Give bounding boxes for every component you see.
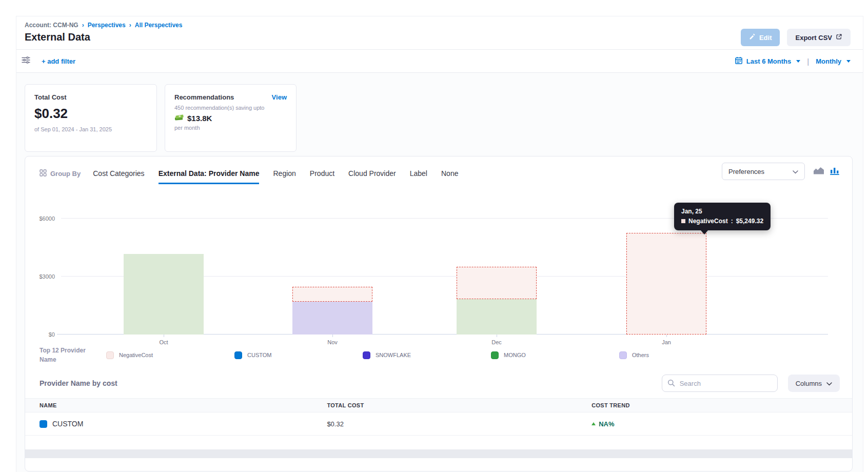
bar-nov-snowflake[interactable]: [292, 302, 372, 335]
breadcrumb-item-all-perspectives[interactable]: All Perspectives: [135, 22, 183, 29]
perspective-panel: Group By Cost CategoriesExternal Data: P…: [25, 156, 853, 471]
legend-title: Top 12 Provider Name: [40, 346, 100, 364]
legend-item-snowflake[interactable]: SNOWFLAKE: [363, 351, 491, 359]
table-title: Provider Name by cost: [40, 379, 117, 387]
total-cost-label: Total Cost: [34, 93, 147, 101]
cost-chart: Jan, 25 NegativeCost : $5,249.32 $0$3000…: [25, 199, 852, 335]
legend-label: CUSTOM: [247, 352, 271, 358]
bar-dec-mongo[interactable]: [457, 299, 537, 335]
row-swatch: [40, 420, 47, 428]
total-cost-card: Total Cost $0.32 of Sep 01, 2024 - Jan 3…: [25, 84, 157, 152]
recommendations-view-link[interactable]: View: [272, 93, 287, 101]
legend-swatch-mongo: [491, 351, 499, 359]
money-icon: [174, 113, 184, 123]
y-axis-label: $3000: [39, 273, 55, 280]
edit-button[interactable]: Edit: [741, 29, 780, 46]
column-header-total-cost: TOTAL COST: [327, 399, 591, 412]
x-axis-tick: [666, 335, 667, 337]
columns-button[interactable]: Columns: [788, 375, 840, 392]
group-by-tabs: Cost CategoriesExternal Data: Provider N…: [93, 169, 458, 184]
export-csv-button[interactable]: Export CSV: [787, 29, 851, 46]
column-header-name: NAME: [25, 399, 327, 412]
chart-controls: Preferences: [722, 163, 840, 184]
x-axis-tick: [164, 335, 164, 337]
breadcrumb-separator-icon: ›: [129, 22, 131, 29]
page-title: External Data: [25, 31, 851, 43]
granularity-dropdown[interactable]: Monthly: [816, 57, 841, 65]
topbar-actions: Edit Export CSV: [741, 29, 851, 46]
search-input[interactable]: [662, 375, 778, 392]
bar-jan-negativecost[interactable]: [626, 233, 706, 335]
recommendations-label: Recommendations: [174, 93, 234, 101]
bar-oct-mongo[interactable]: [124, 254, 204, 335]
bar-chart-icon[interactable]: [830, 166, 840, 177]
legend-item-negativecost[interactable]: NegativeCost: [106, 351, 234, 359]
breadcrumb: Account: CCM-NG›Perspectives›All Perspec…: [25, 22, 851, 29]
column-header-cost-trend: COST TREND: [591, 399, 852, 412]
tab-cost-categories[interactable]: Cost Categories: [93, 169, 144, 184]
group-by-row: Group By Cost CategoriesExternal Data: P…: [25, 156, 852, 184]
recommendations-subtitle: 450 recommendation(s) saving upto: [174, 105, 287, 111]
columns-button-label: Columns: [796, 380, 822, 387]
preferences-select[interactable]: Preferences: [722, 163, 805, 180]
x-axis-label-nov: Nov: [327, 339, 338, 345]
tab-external-data-provider-name[interactable]: External Data: Provider Name: [159, 169, 260, 184]
legend-label: Others: [632, 352, 649, 358]
legend-label: SNOWFLAKE: [376, 352, 411, 358]
tab-region[interactable]: Region: [273, 169, 295, 184]
add-filter-button[interactable]: + add filter: [42, 57, 75, 65]
tooltip-bullet: [681, 219, 685, 223]
bar-nov-negativecost[interactable]: [292, 287, 372, 302]
time-filters: Last 6 Months | Monthly: [735, 56, 851, 66]
bar-dec-negativecost[interactable]: [457, 267, 537, 299]
row-cost-trend: NA%: [591, 420, 852, 428]
pencil-icon: [749, 33, 756, 42]
recommendations-amount: $13.8K: [187, 114, 212, 123]
area-chart-icon[interactable]: [813, 166, 824, 177]
breadcrumb-separator-icon: ›: [82, 22, 84, 29]
filter-divider: |: [807, 57, 809, 66]
chart-legend: Top 12 Provider Name NegativeCostCUSTOMS…: [25, 335, 852, 364]
chevron-down-icon: [826, 380, 832, 387]
legend-item-others[interactable]: Others: [619, 351, 747, 359]
granularity-caret-icon[interactable]: [846, 60, 851, 63]
panel-bottom-strip: [25, 449, 852, 458]
row-name-cell: CUSTOM: [40, 420, 327, 428]
tooltip-title: Jan, 25: [681, 208, 763, 215]
breadcrumb-item-perspectives[interactable]: Perspectives: [88, 22, 126, 29]
row-total-cost: $0.32: [327, 412, 591, 436]
legend-item-custom[interactable]: CUSTOM: [234, 351, 363, 359]
edit-button-label: Edit: [759, 34, 772, 42]
table-search: [662, 375, 778, 392]
x-axis-label-oct: Oct: [159, 339, 168, 345]
table-row-partial: [25, 436, 852, 449]
tab-product[interactable]: Product: [310, 169, 334, 184]
total-cost-value: $0.32: [34, 106, 147, 122]
legend-swatch-others: [619, 351, 627, 359]
legend-label: MONGO: [504, 352, 526, 358]
export-csv-label: Export CSV: [795, 34, 832, 42]
legend-item-mongo[interactable]: MONGO: [491, 351, 619, 359]
x-axis-label-jan: Jan: [662, 339, 671, 345]
summary-cards: Total Cost $0.32 of Sep 01, 2024 - Jan 3…: [25, 84, 853, 152]
table-row-custom[interactable]: CUSTOM$0.32NA%: [25, 412, 852, 436]
legend-swatch-snowflake: [363, 351, 370, 359]
x-axis-tick: [332, 335, 333, 337]
tab-cloud-provider[interactable]: Cloud Provider: [348, 169, 396, 184]
date-range-caret-icon[interactable]: [796, 60, 800, 63]
legend-items: NegativeCostCUSTOMSNOWFLAKEMONGOOthers: [106, 351, 747, 359]
filter-settings-icon[interactable]: [22, 56, 30, 66]
group-by-label: Group By: [40, 169, 81, 184]
breadcrumb-item-account-ccm-ng: Account: CCM-NG: [25, 22, 78, 29]
total-cost-period: of Sep 01, 2024 - Jan 31, 2025: [34, 126, 147, 132]
row-name: CUSTOM: [52, 420, 83, 428]
table-tools-row: Provider Name by cost Columns: [25, 364, 852, 392]
trend-value: NA%: [599, 420, 614, 428]
y-axis-label: $0: [49, 331, 55, 338]
recommendations-frequency: per month: [174, 125, 287, 131]
tab-none[interactable]: None: [441, 169, 458, 184]
tab-label[interactable]: Label: [410, 169, 427, 184]
legend-label: NegativeCost: [119, 352, 153, 358]
date-range-dropdown[interactable]: Last 6 Months: [746, 57, 791, 65]
top-bar: Account: CCM-NG›Perspectives›All Perspec…: [16, 16, 863, 50]
